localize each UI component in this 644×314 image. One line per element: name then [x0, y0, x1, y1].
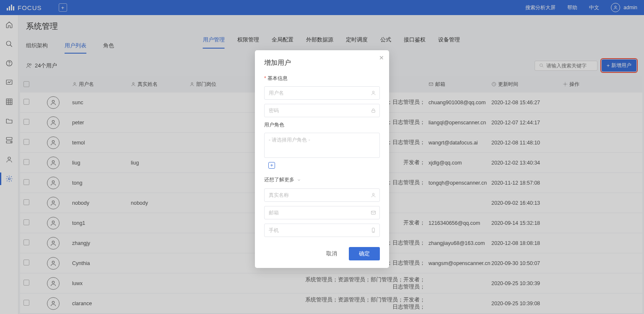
lock-icon: [371, 108, 376, 113]
modal-title: 增加用户: [264, 59, 380, 67]
section-basic: 基本信息: [264, 75, 380, 82]
svg-point-31: [372, 91, 374, 93]
mail-icon: [371, 210, 376, 216]
add-role-button[interactable]: +: [268, 162, 275, 169]
user-icon: [371, 193, 376, 198]
add-user-modal: ✕ 增加用户 基本信息 用户角色 - 请选择用户角色 - + 还想了解更多 取消…: [255, 50, 389, 268]
role-select[interactable]: - 请选择用户角色 -: [264, 133, 380, 158]
username-field[interactable]: [264, 86, 380, 100]
close-icon[interactable]: ✕: [379, 54, 384, 61]
section-role: 用户角色: [264, 121, 380, 129]
user-icon: [371, 90, 376, 96]
password-field[interactable]: [264, 104, 380, 117]
more-toggle[interactable]: 还想了解更多: [264, 176, 380, 183]
phone-field[interactable]: [264, 224, 380, 237]
email-field[interactable]: [264, 206, 380, 219]
svg-point-36: [373, 232, 374, 232]
svg-point-33: [372, 193, 374, 195]
cancel-button[interactable]: 取消: [320, 247, 343, 260]
chevron-down-icon: [297, 178, 301, 182]
phone-icon: [371, 228, 376, 233]
realname-field[interactable]: [264, 188, 380, 202]
svg-rect-32: [372, 110, 375, 112]
ok-button[interactable]: 确定: [349, 247, 380, 260]
